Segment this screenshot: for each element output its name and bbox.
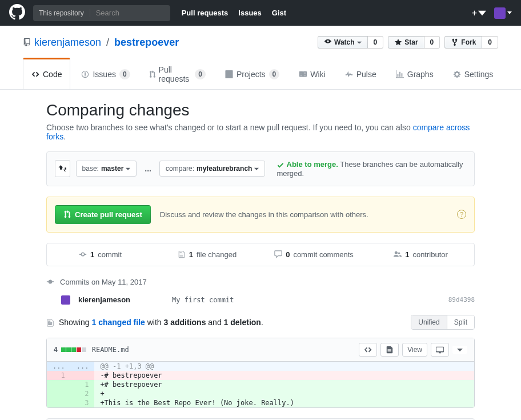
no-comments: No commit comments for this range	[46, 418, 475, 420]
watch-button[interactable]: Watch 0	[318, 36, 383, 49]
top-nav: Pull requests Issues Gist	[182, 9, 286, 17]
search-input[interactable]	[90, 9, 170, 17]
file-diff: 4 README.md View ......@@ -1 +1,3 @@ 1-#…	[46, 338, 475, 408]
changed-files-link[interactable]: 1 changed file	[91, 318, 145, 327]
display-icon[interactable]	[431, 343, 449, 357]
compare-box: base: master ... compare: myfeaturebranc…	[46, 151, 475, 186]
user-avatar[interactable]	[494, 7, 512, 19]
commit-group-icon	[46, 278, 54, 286]
star-button[interactable]: Star 0	[388, 36, 440, 49]
stat-files[interactable]: 1 file changed	[154, 243, 260, 266]
page-title: Comparing changes	[46, 101, 475, 119]
stat-commits[interactable]: 1 commit	[47, 243, 154, 266]
fork-count[interactable]: 0	[482, 36, 498, 49]
repo-link[interactable]: bestrepoever	[114, 37, 179, 48]
topbar: This repository Pull requests Issues Gis…	[0, 0, 521, 26]
pr-icon	[63, 210, 71, 218]
repo-nav: Code Issues0 Pull requests0 Projects0 Wi…	[23, 59, 498, 89]
github-logo-icon[interactable]	[9, 4, 25, 22]
pagehead: kierenjameson / bestrepoever Watch 0 Sta…	[0, 26, 521, 90]
pr-banner: Create pull request Discuss and review t…	[46, 197, 475, 233]
people-icon	[394, 250, 402, 258]
comment-icon	[274, 250, 282, 258]
star-count[interactable]: 0	[424, 36, 440, 49]
book-icon	[299, 70, 307, 78]
project-icon	[225, 70, 233, 78]
file-header: 4 README.md View	[47, 338, 474, 362]
commits-date-header: Commits on May 11, 2017	[46, 278, 475, 286]
search-container: This repository	[33, 5, 170, 21]
fork-icon	[451, 38, 459, 46]
commit-message[interactable]: My first commit	[172, 296, 440, 304]
nav-gist[interactable]: Gist	[272, 9, 286, 17]
tab-issues[interactable]: Issues0	[73, 59, 138, 89]
code-icon	[31, 70, 39, 78]
pr-banner-text: Discuss and review the changes in this c…	[160, 210, 448, 219]
gear-icon	[453, 70, 461, 78]
pulse-icon	[345, 70, 353, 78]
owner-link[interactable]: kierenjameson	[34, 37, 101, 48]
watch-count[interactable]: 0	[368, 36, 384, 49]
diff-view-toggle: Unified Split	[411, 315, 475, 330]
chevron-down-icon[interactable]	[452, 346, 467, 354]
issue-icon	[81, 70, 89, 78]
diff-table: ......@@ -1 +1,3 @@ 1-# bestrepoever 1+#…	[47, 362, 474, 407]
commit-avatar	[61, 295, 70, 305]
compare-branch-select[interactable]: compare: myfeaturebranch	[159, 161, 265, 177]
file-diff-icon	[46, 319, 54, 327]
split-button[interactable]: Split	[447, 315, 474, 329]
commit-row[interactable]: kierenjameson My first commit 89d4398	[46, 292, 475, 315]
stats-row: 1 commit 1 file changed 0 commit comment…	[46, 243, 475, 266]
repo-icon	[23, 38, 31, 46]
tab-settings[interactable]: Settings	[444, 59, 502, 89]
swap-branches-icon[interactable]	[55, 160, 70, 177]
source-view-icon[interactable]	[359, 343, 377, 357]
view-file-button[interactable]: View	[402, 343, 427, 357]
tab-pulse[interactable]: Pulse	[336, 59, 385, 89]
graph-icon	[396, 70, 404, 78]
file-icon	[178, 250, 186, 258]
commit-sha[interactable]: 89d4398	[448, 296, 475, 303]
merge-status: Able to merge. These branches can be aut…	[276, 160, 466, 178]
help-icon[interactable]: ?	[457, 210, 466, 219]
commit-author[interactable]: kierenjameson	[78, 295, 164, 304]
file-name[interactable]: README.md	[92, 346, 129, 354]
eye-icon	[324, 38, 332, 46]
pr-icon	[150, 70, 155, 78]
nav-pull-requests[interactable]: Pull requests	[182, 9, 229, 17]
rendered-view-icon[interactable]	[380, 343, 399, 357]
fork-button[interactable]: Fork 0	[444, 36, 498, 49]
commit-icon	[79, 250, 87, 258]
tab-code[interactable]: Code	[23, 58, 70, 89]
diff-header-row: Showing 1 changed file with 3 additions …	[46, 315, 475, 330]
tab-projects[interactable]: Projects0	[217, 59, 288, 89]
stat-comments[interactable]: 0 commit comments	[260, 243, 367, 266]
page-subtext: Choose two branches to see what's change…	[46, 123, 475, 141]
diff-summary: Showing 1 changed file with 3 additions …	[46, 318, 263, 327]
diffstat: 4	[54, 346, 86, 354]
create-pr-button[interactable]: Create pull request	[55, 205, 151, 224]
nav-issues[interactable]: Issues	[238, 9, 261, 17]
repo-title: kierenjameson / bestrepoever	[34, 37, 179, 49]
create-new-icon[interactable]: +	[472, 8, 486, 18]
tab-pull-requests[interactable]: Pull requests0	[141, 59, 214, 89]
star-icon	[394, 38, 402, 46]
check-icon	[276, 161, 284, 169]
unified-button[interactable]: Unified	[411, 315, 446, 329]
tab-graphs[interactable]: Graphs	[387, 59, 442, 89]
search-scope[interactable]: This repository	[33, 9, 90, 17]
ellipsis: ...	[142, 164, 154, 173]
base-branch-select[interactable]: base: master	[76, 161, 137, 177]
tab-wiki[interactable]: Wiki	[290, 59, 334, 89]
stat-contributors[interactable]: 1 contributor	[367, 243, 474, 266]
